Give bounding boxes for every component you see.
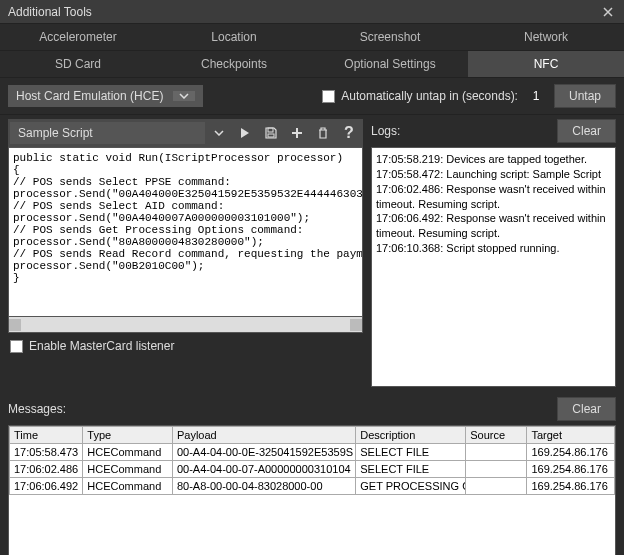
cell-description: SELECT FILE	[356, 444, 466, 461]
hce-toolbar: Host Card Emulation (HCE) Automatically …	[0, 78, 624, 115]
log-entry: 17:06:06.492: Response wasn't received w…	[376, 211, 611, 241]
svg-rect-0	[268, 128, 273, 132]
cell-type: HCECommand	[83, 461, 173, 478]
auto-untap-label: Automatically untap in (seconds):	[341, 89, 518, 103]
cell-payload: 00-A4-04-00-07-A00000000310104	[172, 461, 355, 478]
tab-accelerometer[interactable]: Accelerometer	[0, 24, 156, 50]
help-icon[interactable]: ?	[337, 121, 361, 145]
enable-mastercard-checkbox[interactable]: Enable MasterCard listener	[10, 339, 174, 353]
script-dropdown-chevron[interactable]	[207, 121, 231, 145]
logs-clear-button[interactable]: Clear	[557, 119, 616, 143]
add-icon[interactable]	[285, 121, 309, 145]
cell-payload: 00-A4-04-00-0E-325041592E5359S	[172, 444, 355, 461]
cell-time: 17:05:58.473	[10, 444, 83, 461]
hce-mode-label: Host Card Emulation (HCE)	[16, 89, 163, 103]
log-entry: 17:05:58.219: Devices are tapped togethe…	[376, 152, 611, 167]
tab-optional-settings[interactable]: Optional Settings	[312, 51, 468, 77]
untap-button[interactable]: Untap	[554, 84, 616, 108]
tabs-row-1: Accelerometer Location Screenshot Networ…	[0, 24, 624, 51]
col-time[interactable]: Time	[10, 427, 83, 444]
col-source[interactable]: Source	[466, 427, 527, 444]
checkbox-icon	[322, 90, 335, 103]
log-entry: 17:05:58.472: Launching script: Sample S…	[376, 167, 611, 182]
titlebar: Additional Tools	[0, 0, 624, 24]
cell-source	[466, 478, 527, 495]
tab-network[interactable]: Network	[468, 24, 624, 50]
cell-time: 17:06:06.492	[10, 478, 83, 495]
tab-sdcard[interactable]: SD Card	[0, 51, 156, 77]
col-target[interactable]: Target	[527, 427, 615, 444]
save-icon[interactable]	[259, 121, 283, 145]
tab-location[interactable]: Location	[156, 24, 312, 50]
checkbox-icon	[10, 340, 23, 353]
log-entry: 17:06:10.368: Script stopped running.	[376, 241, 611, 256]
auto-untap-seconds[interactable]: 1	[526, 89, 546, 103]
window-title: Additional Tools	[8, 5, 600, 19]
col-payload[interactable]: Payload	[172, 427, 355, 444]
log-entry: 17:06:02.486: Response wasn't received w…	[376, 182, 611, 212]
messages-clear-button[interactable]: Clear	[557, 397, 616, 421]
script-name-dropdown[interactable]: Sample Script	[10, 122, 205, 144]
tab-nfc[interactable]: NFC	[468, 51, 624, 77]
horizontal-scrollbar[interactable]	[8, 317, 363, 333]
logs-panel[interactable]: 17:05:58.219: Devices are tapped togethe…	[371, 147, 616, 387]
col-type[interactable]: Type	[83, 427, 173, 444]
tabs-row-2: SD Card Checkpoints Optional Settings NF…	[0, 51, 624, 78]
cell-description: SELECT FILE	[356, 461, 466, 478]
hce-mode-dropdown[interactable]: Host Card Emulation (HCE)	[8, 85, 203, 107]
cell-time: 17:06:02.486	[10, 461, 83, 478]
script-code-editor[interactable]: public static void Run(IScriptProcessor …	[8, 147, 363, 317]
cell-type: HCECommand	[83, 478, 173, 495]
cell-payload: 80-A8-00-00-04-83028000-00	[172, 478, 355, 495]
script-toolbar: Sample Script ?	[8, 119, 363, 147]
tab-checkpoints[interactable]: Checkpoints	[156, 51, 312, 77]
cell-target: 169.254.86.176	[527, 444, 615, 461]
table-row[interactable]: 17:06:02.486 HCECommand 00-A4-04-00-07-A…	[10, 461, 615, 478]
messages-table-container[interactable]: Time Type Payload Description Source Tar…	[8, 425, 616, 555]
tab-screenshot[interactable]: Screenshot	[312, 24, 468, 50]
table-row[interactable]: 17:05:58.473 HCECommand 00-A4-04-00-0E-3…	[10, 444, 615, 461]
svg-rect-1	[268, 134, 274, 137]
table-header-row: Time Type Payload Description Source Tar…	[10, 427, 615, 444]
cell-type: HCECommand	[83, 444, 173, 461]
cell-source	[466, 461, 527, 478]
cell-source	[466, 444, 527, 461]
cell-target: 169.254.86.176	[527, 461, 615, 478]
cell-description: GET PROCESSING OP	[356, 478, 466, 495]
messages-table: Time Type Payload Description Source Tar…	[9, 426, 615, 495]
messages-label: Messages:	[8, 402, 557, 416]
chevron-down-icon	[173, 91, 195, 101]
auto-untap-checkbox[interactable]: Automatically untap in (seconds):	[322, 89, 518, 103]
col-description[interactable]: Description	[356, 427, 466, 444]
logs-label: Logs:	[371, 124, 551, 138]
enable-mastercard-label: Enable MasterCard listener	[29, 339, 174, 353]
table-row[interactable]: 17:06:06.492 HCECommand 80-A8-00-00-04-8…	[10, 478, 615, 495]
script-name-label: Sample Script	[18, 126, 93, 140]
play-icon[interactable]	[233, 121, 257, 145]
cell-target: 169.254.86.176	[527, 478, 615, 495]
close-icon[interactable]	[600, 4, 616, 20]
delete-icon[interactable]	[311, 121, 335, 145]
